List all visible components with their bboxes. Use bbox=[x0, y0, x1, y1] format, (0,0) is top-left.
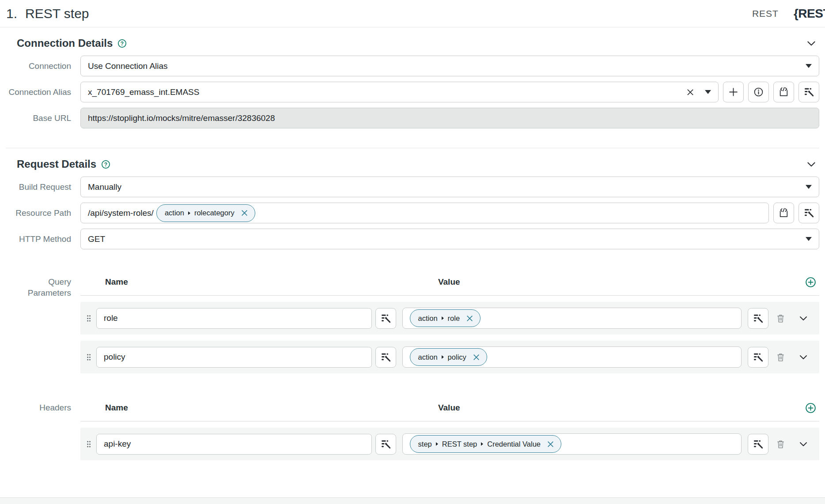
toggle-script-button[interactable] bbox=[773, 82, 794, 102]
data-pill[interactable]: actionrole bbox=[410, 309, 481, 327]
delete-row-icon[interactable] bbox=[776, 352, 786, 362]
section-collapse-chevron-icon[interactable] bbox=[806, 38, 817, 49]
pill-picker-icon bbox=[753, 352, 764, 363]
headers-block: Headers Name Value bbox=[0, 398, 825, 460]
column-header-name: Name bbox=[80, 277, 383, 287]
field-label: Connection bbox=[0, 61, 80, 71]
http-method-select[interactable]: GET bbox=[80, 229, 819, 249]
step-header: 1. REST step REST {REST bbox=[0, 0, 825, 27]
help-icon[interactable]: ? bbox=[117, 38, 127, 49]
pill-remove-icon[interactable] bbox=[473, 354, 480, 361]
connection-details-header: Connection Details ? bbox=[0, 27, 825, 56]
toggle-script-button[interactable] bbox=[773, 203, 794, 223]
pill-separator-icon bbox=[481, 442, 483, 446]
add-row-button[interactable] bbox=[805, 276, 817, 288]
pill-segment: Credential Value bbox=[487, 440, 541, 448]
connection-select-value: Use Connection Alias bbox=[88, 61, 806, 71]
resource-path-row: Resource Path /api/system-roles/ actionr… bbox=[0, 203, 825, 223]
page-title: REST step bbox=[25, 6, 89, 21]
data-pill[interactable]: stepREST stepCredential Value bbox=[410, 435, 561, 453]
param-row: actionpolicy bbox=[80, 341, 819, 373]
param-value-field[interactable]: actionrole bbox=[402, 308, 742, 329]
pill-picker-icon bbox=[380, 313, 391, 324]
pill-separator-icon bbox=[436, 442, 438, 446]
connection-select[interactable]: Use Connection Alias bbox=[80, 56, 819, 76]
pill-separator-icon bbox=[442, 316, 444, 320]
drag-handle-icon[interactable] bbox=[87, 315, 91, 322]
param-name-input[interactable] bbox=[96, 308, 372, 329]
param-row: actionrole bbox=[80, 302, 819, 335]
build-request-select[interactable]: Manually bbox=[80, 177, 819, 197]
delete-row-icon[interactable] bbox=[776, 313, 786, 323]
build-request-value: Manually bbox=[88, 182, 806, 192]
add-row-button[interactable] bbox=[805, 402, 817, 414]
data-pill[interactable]: actionrolecategory bbox=[156, 204, 255, 222]
row-expand-chevron-icon[interactable] bbox=[798, 352, 809, 362]
pill-segment: policy bbox=[448, 353, 466, 361]
connection-alias-combobox[interactable]: x_701769_emass_int.EMASS bbox=[80, 82, 719, 102]
pill-segment: action bbox=[418, 314, 438, 323]
row-expand-chevron-icon[interactable] bbox=[798, 313, 809, 323]
section-title: Connection Details bbox=[17, 37, 113, 49]
pill-picker-button[interactable] bbox=[375, 308, 396, 329]
pill-picker-icon bbox=[803, 87, 814, 98]
pill-segment: action bbox=[418, 353, 438, 361]
table-label: Headers bbox=[0, 398, 80, 414]
table-header: Name Value bbox=[80, 272, 819, 292]
field-label: Build Request bbox=[0, 182, 80, 192]
pill-segment: REST step bbox=[442, 440, 477, 448]
query-parameters-block: Query Parameters Name Value bbox=[0, 272, 825, 373]
clear-icon[interactable] bbox=[686, 88, 694, 96]
pill-segment: role bbox=[448, 314, 460, 323]
pill-remove-icon[interactable] bbox=[547, 440, 554, 448]
step-number: 1. bbox=[6, 6, 17, 21]
pill-picker-button[interactable] bbox=[799, 203, 819, 223]
http-method-value: GET bbox=[88, 234, 806, 244]
param-value-field[interactable]: actionpolicy bbox=[402, 346, 742, 368]
column-header-value: Value bbox=[383, 403, 805, 413]
resource-path-field[interactable]: /api/system-roles/ actionrolecategory bbox=[80, 203, 769, 223]
drag-handle-icon[interactable] bbox=[87, 440, 91, 448]
param-value-field[interactable]: stepREST stepCredential Value bbox=[402, 433, 742, 455]
svg-text:?: ? bbox=[104, 161, 107, 167]
help-icon[interactable]: ? bbox=[101, 159, 111, 169]
delete-row-icon[interactable] bbox=[776, 439, 786, 449]
svg-text:?: ? bbox=[121, 40, 124, 46]
field-label: Connection Alias bbox=[0, 87, 80, 98]
pill-picker-button[interactable] bbox=[748, 434, 768, 455]
info-button[interactable] bbox=[748, 82, 769, 102]
drag-handle-icon[interactable] bbox=[87, 354, 91, 361]
table-header-divider bbox=[80, 295, 819, 296]
pill-segment: rolecategory bbox=[194, 209, 235, 217]
row-expand-chevron-icon[interactable] bbox=[798, 439, 809, 449]
table-header-divider bbox=[80, 421, 819, 421]
http-method-row: HTTP Method GET bbox=[0, 229, 825, 249]
pill-picker-button[interactable] bbox=[375, 434, 396, 455]
section-collapse-chevron-icon[interactable] bbox=[806, 158, 817, 170]
pill-segment: step bbox=[418, 440, 432, 448]
header-right: REST {REST bbox=[752, 7, 825, 21]
pill-picker-icon bbox=[380, 352, 391, 363]
connection-row: Connection Use Connection Alias bbox=[0, 56, 825, 76]
column-header-value: Value bbox=[383, 277, 805, 287]
dropdown-caret-icon bbox=[806, 64, 812, 68]
pill-picker-button[interactable] bbox=[748, 347, 768, 368]
data-pill[interactable]: actionpolicy bbox=[410, 348, 487, 366]
dropdown-caret-icon bbox=[806, 185, 812, 189]
pill-remove-icon[interactable] bbox=[466, 315, 473, 322]
pill-picker-button[interactable] bbox=[748, 308, 768, 329]
pill-picker-button[interactable] bbox=[799, 82, 819, 102]
dropdown-caret-icon[interactable] bbox=[705, 90, 711, 94]
section-title: Request Details bbox=[17, 158, 96, 170]
pill-separator-icon bbox=[442, 355, 444, 359]
table-label: Query Parameters bbox=[0, 272, 80, 298]
pill-remove-icon[interactable] bbox=[241, 209, 248, 217]
dropdown-caret-icon bbox=[806, 237, 812, 241]
base-url-field: https://stoplight.io/mocks/mitre/emasser… bbox=[80, 108, 819, 128]
param-name-input[interactable] bbox=[96, 434, 372, 455]
rest-logo: {REST bbox=[794, 7, 825, 21]
add-connection-button[interactable] bbox=[723, 82, 744, 102]
rest-badge: REST bbox=[752, 8, 779, 19]
pill-picker-button[interactable] bbox=[375, 347, 396, 368]
param-name-input[interactable] bbox=[96, 347, 372, 368]
